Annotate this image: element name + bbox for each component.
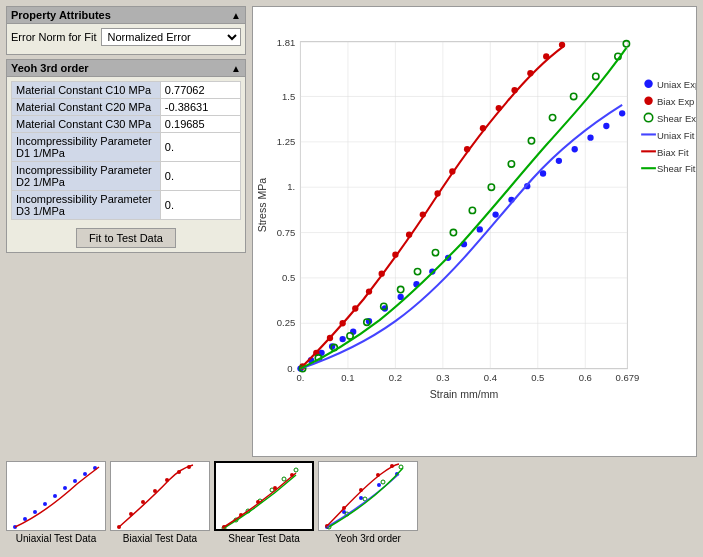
svg-point-57	[619, 110, 625, 116]
param-label: Incompressibility Parameter D3 1/MPa	[12, 191, 161, 220]
svg-point-143	[377, 483, 381, 487]
param-row: Material Constant C20 MPa-0.38631	[12, 99, 241, 116]
param-value[interactable]: 0.	[160, 162, 240, 191]
chart-area: 0. 0.25 0.5 0.75 1. 1.25 1.5 1.81 Stress…	[252, 6, 697, 457]
svg-rect-0	[300, 42, 627, 369]
svg-point-56	[603, 123, 609, 129]
svg-text:Shear Exp: Shear Exp	[657, 113, 696, 124]
svg-text:1.25: 1.25	[277, 136, 295, 147]
bottom-thumbnail-row: Uniaxial Test Data Biaxial Test Data	[6, 461, 697, 551]
yeoh-collapse[interactable]: ▲	[231, 63, 241, 74]
svg-text:1.5: 1.5	[282, 91, 295, 102]
svg-point-111	[33, 510, 37, 514]
svg-point-115	[73, 479, 77, 483]
thumbnail-shear-label: Shear Test Data	[228, 533, 300, 544]
thumbnail-shear-box[interactable]	[214, 461, 314, 531]
svg-point-48	[477, 226, 483, 232]
svg-point-49	[492, 211, 498, 217]
svg-text:0.5: 0.5	[282, 272, 295, 283]
thumbnail-biaxial-box[interactable]	[110, 461, 210, 531]
property-attributes-section: Property Attributes ▲ Error Norm for Fit…	[6, 6, 246, 55]
param-row: Material Constant C10 MPa0.77062	[12, 82, 241, 99]
fit-to-test-data-button[interactable]: Fit to Test Data	[76, 228, 176, 248]
property-attributes-header: Property Attributes ▲	[7, 7, 245, 24]
svg-text:0.6: 0.6	[579, 372, 592, 383]
svg-point-116	[83, 472, 87, 476]
param-row: Incompressibility Parameter D2 1/MPa0.	[12, 162, 241, 191]
param-value[interactable]: 0.	[160, 191, 240, 220]
param-table: Material Constant C10 MPa0.77062Material…	[11, 81, 241, 220]
svg-rect-139	[319, 462, 418, 531]
svg-text:Stress MPa: Stress MPa	[256, 178, 268, 233]
svg-point-55	[587, 134, 593, 140]
svg-text:Uniax Fit: Uniax Fit	[657, 130, 695, 141]
thumbnail-biaxial[interactable]: Biaxial Test Data	[110, 461, 210, 544]
svg-point-100	[644, 113, 652, 121]
svg-text:Biax Fit: Biax Fit	[657, 147, 689, 158]
yeoh-section: Yeoh 3rd order ▲ Material Constant C10 M…	[6, 59, 246, 253]
svg-text:0.: 0.	[287, 363, 295, 374]
thumbnail-biaxial-label: Biaxial Test Data	[123, 533, 197, 544]
svg-text:0.25: 0.25	[277, 317, 295, 328]
param-row: Material Constant C30 MPa0.19685	[12, 116, 241, 133]
svg-point-96	[644, 80, 652, 88]
param-label: Incompressibility Parameter D1 1/MPa	[12, 133, 161, 162]
error-norm-select[interactable]: Normalized Error Absolute Error	[101, 28, 241, 46]
property-attributes-title: Property Attributes	[11, 9, 111, 21]
yeoh-body: Material Constant C10 MPa0.77062Material…	[7, 77, 245, 252]
top-row: Property Attributes ▲ Error Norm for Fit…	[6, 6, 697, 457]
main-chart-svg: 0. 0.25 0.5 0.75 1. 1.25 1.5 1.81 Stress…	[253, 7, 696, 456]
svg-text:0.1: 0.1	[341, 372, 354, 383]
param-label: Incompressibility Parameter D2 1/MPa	[12, 162, 161, 191]
svg-point-54	[572, 146, 578, 152]
param-value[interactable]: 0.77062	[160, 82, 240, 99]
thumbnail-yeoh-box[interactable]	[318, 461, 418, 531]
main-container: Property Attributes ▲ Error Norm for Fit…	[0, 0, 703, 557]
svg-point-114	[63, 486, 67, 490]
svg-text:Biax Exp: Biax Exp	[657, 96, 694, 107]
svg-text:0.2: 0.2	[389, 372, 402, 383]
yeoh-header: Yeoh 3rd order ▲	[7, 60, 245, 77]
fit-btn-row: Fit to Test Data	[11, 228, 241, 248]
chart-svg-container: 0. 0.25 0.5 0.75 1. 1.25 1.5 1.81 Stress…	[253, 7, 696, 456]
thumbnail-shear[interactable]: Shear Test Data	[214, 461, 314, 544]
param-value[interactable]: 0.	[160, 133, 240, 162]
svg-text:0.5: 0.5	[531, 372, 544, 383]
thumbnail-yeoh-label: Yeoh 3rd order	[335, 533, 401, 544]
thumbnail-uniaxial[interactable]: Uniaxial Test Data	[6, 461, 106, 544]
error-norm-row: Error Norm for Fit Normalized Error Abso…	[11, 28, 241, 46]
svg-text:Shear Fit: Shear Fit	[657, 163, 696, 174]
param-label: Material Constant C30 MPa	[12, 116, 161, 133]
error-norm-label: Error Norm for Fit	[11, 31, 97, 43]
param-row: Incompressibility Parameter D1 1/MPa0.	[12, 133, 241, 162]
svg-text:0.679: 0.679	[616, 372, 640, 383]
param-value[interactable]: -0.38631	[160, 99, 240, 116]
yeoh-title: Yeoh 3rd order	[11, 62, 89, 74]
svg-text:1.81: 1.81	[277, 37, 295, 48]
svg-point-112	[43, 502, 47, 506]
svg-text:0.: 0.	[297, 372, 305, 383]
thumbnail-yeoh[interactable]: Yeoh 3rd order	[318, 461, 418, 544]
svg-text:0.4: 0.4	[484, 372, 497, 383]
svg-point-39	[339, 336, 345, 342]
thumbnail-uniaxial-label: Uniaxial Test Data	[16, 533, 96, 544]
property-attributes-body: Error Norm for Fit Normalized Error Abso…	[7, 24, 245, 54]
svg-text:0.75: 0.75	[277, 227, 295, 238]
left-panel: Property Attributes ▲ Error Norm for Fit…	[6, 6, 246, 457]
svg-point-53	[556, 158, 562, 164]
property-attributes-collapse[interactable]: ▲	[231, 10, 241, 21]
param-row: Incompressibility Parameter D3 1/MPa0.	[12, 191, 241, 220]
thumbnail-uniaxial-box[interactable]	[6, 461, 106, 531]
param-label: Material Constant C10 MPa	[12, 82, 161, 99]
param-label: Material Constant C20 MPa	[12, 99, 161, 116]
svg-point-113	[53, 494, 57, 498]
svg-rect-126	[216, 463, 314, 531]
svg-text:1.: 1.	[287, 181, 295, 192]
svg-text:Strain mm/mm: Strain mm/mm	[430, 388, 499, 400]
param-value[interactable]: 0.19685	[160, 116, 240, 133]
svg-text:0.3: 0.3	[436, 372, 449, 383]
svg-point-98	[644, 96, 652, 104]
svg-text:Uniax Exp: Uniax Exp	[657, 79, 696, 90]
svg-point-142	[359, 496, 363, 500]
